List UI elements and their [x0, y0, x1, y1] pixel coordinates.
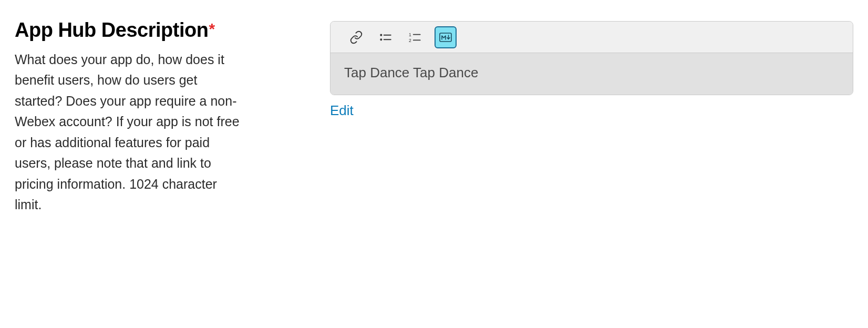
- svg-point-0: [380, 34, 381, 35]
- edit-link[interactable]: Edit: [330, 102, 354, 119]
- field-help-text: What does your app do, how does it benef…: [15, 49, 246, 216]
- editor-content[interactable]: Tap Dance Tap Dance: [330, 53, 853, 95]
- rich-text-editor: 1 2 Tap Dance Tap Dance: [330, 21, 853, 95]
- editor-toolbar: 1 2: [330, 22, 853, 53]
- field-label-text: App Hub Description: [15, 19, 208, 41]
- ordered-list-icon: 1 2: [408, 30, 422, 44]
- field-label: App Hub Description*: [15, 19, 246, 42]
- svg-text:2: 2: [409, 37, 411, 43]
- svg-text:1: 1: [409, 32, 411, 37]
- bullet-list-icon: [379, 30, 392, 44]
- svg-point-2: [380, 39, 381, 40]
- markdown-icon: [439, 33, 452, 42]
- markdown-button[interactable]: [435, 26, 457, 48]
- ordered-list-button[interactable]: 1 2: [405, 27, 425, 47]
- link-icon: [349, 30, 363, 44]
- link-button[interactable]: [346, 27, 366, 47]
- required-indicator: *: [209, 20, 214, 37]
- bullet-list-button[interactable]: [376, 27, 396, 47]
